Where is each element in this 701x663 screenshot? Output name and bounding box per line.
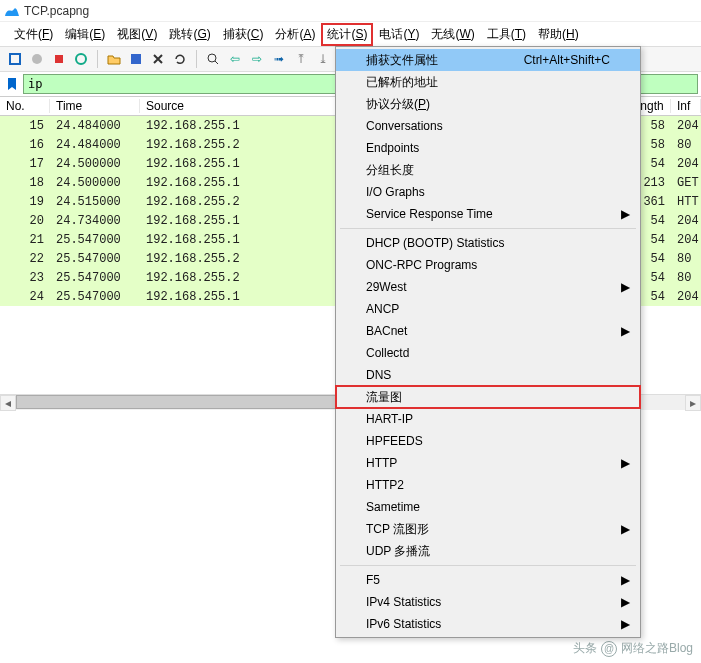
cell-no: 22 [0,252,50,266]
goto-last-icon[interactable]: ⤓ [314,50,332,68]
menu-item[interactable]: 跳转(G) [163,23,216,46]
menu-entry[interactable]: ANCP [336,298,640,320]
stop-capture-icon[interactable] [50,50,68,68]
menu-entry[interactable]: Sametime [336,496,640,518]
cell-time: 24.484000 [50,138,140,152]
menu-item[interactable]: 分析(A) [269,23,321,46]
goto-first-icon[interactable]: ⤒ [292,50,310,68]
submenu-arrow-icon: ▶ [621,280,630,294]
menu-entry-label: IPv4 Statistics [366,595,441,609]
menu-entry[interactable]: DHCP (BOOTP) Statistics [336,232,640,254]
column-header-no[interactable]: No. [0,99,50,113]
submenu-arrow-icon: ▶ [621,456,630,470]
menu-entry-label: HTTP2 [366,478,404,492]
menu-entry[interactable]: IPv6 Statistics▶ [336,613,640,635]
menu-entry-label: Service Response Time [366,207,493,221]
cell-time: 24.500000 [50,176,140,190]
menu-entry[interactable]: 已解析的地址 [336,71,640,93]
menu-entry-label: TCP 流图形 [366,521,429,538]
menu-entry[interactable]: IPv4 Statistics▶ [336,591,640,613]
toolbar-separator [97,50,98,68]
restart-capture-icon[interactable] [72,50,90,68]
cell-no: 24 [0,290,50,304]
cell-inf: 80 [671,252,701,266]
submenu-arrow-icon: ▶ [621,617,630,631]
menu-entry-label: I/O Graphs [366,185,425,199]
menu-entry-label: Conversations [366,119,443,133]
menu-entry[interactable]: Conversations [336,115,640,137]
start-capture-icon[interactable] [28,50,46,68]
menu-item[interactable]: 无线(W) [425,23,480,46]
menu-entry-label: Endpoints [366,141,419,155]
jump-icon[interactable]: ➟ [270,50,288,68]
prev-icon[interactable]: ⇦ [226,50,244,68]
cell-no: 21 [0,233,50,247]
menu-entry-label: UDP 多播流 [366,543,430,560]
find-icon[interactable] [204,50,222,68]
menu-item[interactable]: 统计(S) [321,23,373,46]
svg-rect-3 [131,54,141,64]
menu-item[interactable]: 电话(Y) [373,23,425,46]
next-icon[interactable]: ⇨ [248,50,266,68]
toolbar-icon[interactable] [6,50,24,68]
open-file-icon[interactable] [105,50,123,68]
menu-entry[interactable]: 捕获文件属性Ctrl+Alt+Shift+C [336,49,640,71]
menu-item[interactable]: 视图(V) [111,23,163,46]
menu-entry[interactable]: HART-IP [336,408,640,430]
menu-entry-label: 29West [366,280,406,294]
reload-icon[interactable] [171,50,189,68]
close-file-icon[interactable] [149,50,167,68]
cell-inf: 80 [671,271,701,285]
menu-item[interactable]: 捕获(C) [217,23,270,46]
menu-entry-label: 流量图 [366,389,402,406]
menu-entry-label: IPv6 Statistics [366,617,441,631]
cell-no: 16 [0,138,50,152]
save-file-icon[interactable] [127,50,145,68]
column-header-time[interactable]: Time [50,99,140,113]
submenu-arrow-icon: ▶ [621,573,630,587]
menu-entry[interactable]: ONC-RPC Programs [336,254,640,276]
menu-entry[interactable]: 协议分级(P) [336,93,640,115]
scroll-left-icon[interactable]: ◂ [0,395,16,411]
menu-entry-label: HTTP [366,456,397,470]
menu-entry[interactable]: F5▶ [336,569,640,591]
menu-item[interactable]: 帮助(H) [532,23,585,46]
cell-inf: GET [671,176,701,190]
menu-entry[interactable]: TCP 流图形▶ [336,518,640,540]
menu-entry[interactable]: Collectd [336,342,640,364]
cell-no: 23 [0,271,50,285]
menu-entry[interactable]: I/O Graphs [336,181,640,203]
menu-entry[interactable]: Endpoints [336,137,640,159]
menu-entry[interactable]: UDP 多播流 [336,540,640,562]
bookmark-icon[interactable] [3,75,21,93]
menu-entry-label: ANCP [366,302,399,316]
cell-time: 25.547000 [50,233,140,247]
submenu-arrow-icon: ▶ [621,595,630,609]
column-header-info[interactable]: Inf [671,99,701,113]
menu-entry-label: HPFEEDS [366,434,423,448]
svg-point-2 [76,54,86,64]
menu-entry[interactable]: HTTP▶ [336,452,640,474]
menu-entry[interactable]: HTTP2 [336,474,640,496]
cell-time: 25.547000 [50,252,140,266]
cell-no: 17 [0,157,50,171]
menu-entry[interactable]: HPFEEDS [336,430,640,452]
scroll-right-icon[interactable]: ▸ [685,395,701,411]
menubar: 文件(F)编辑(E)视图(V)跳转(G)捕获(C)分析(A)统计(S)电话(Y)… [0,22,701,46]
cell-time: 24.734000 [50,214,140,228]
cell-inf: 80 [671,138,701,152]
menu-entry[interactable]: 流量图 [336,386,640,408]
menu-entry-label: DNS [366,368,391,382]
menu-item[interactable]: 文件(F) [8,23,59,46]
menu-entry[interactable]: BACnet▶ [336,320,640,342]
menu-entry[interactable]: 29West▶ [336,276,640,298]
menu-entry[interactable]: DNS [336,364,640,386]
menu-entry[interactable]: Service Response Time▶ [336,203,640,225]
menu-entry[interactable]: 分组长度 [336,159,640,181]
menu-item[interactable]: 编辑(E) [59,23,111,46]
svg-rect-1 [55,55,63,63]
menu-entry-label: Sametime [366,500,420,514]
wireshark-logo-icon [4,3,20,19]
menu-item[interactable]: 工具(T) [481,23,532,46]
menu-entry-label: 捕获文件属性 [366,52,438,69]
